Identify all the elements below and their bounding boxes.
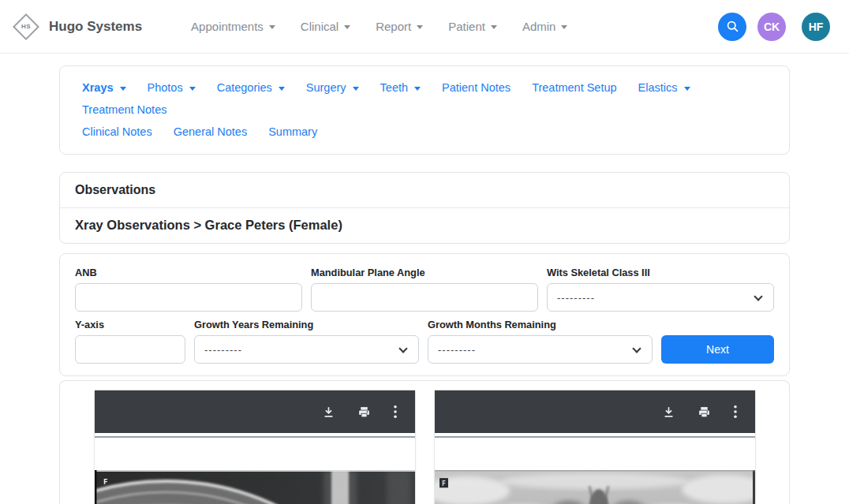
more-options-button[interactable] [727, 400, 744, 424]
menu-patient[interactable]: Patient [439, 13, 507, 39]
xray-observations-form: ANB Mandibular Plane Angle Wits Skeletal… [59, 253, 790, 376]
tab-elastics[interactable]: Elastics [638, 77, 690, 99]
tab-patient-notes[interactable]: Patient Notes [442, 77, 511, 99]
avatar-ck[interactable]: CK [757, 13, 786, 41]
xray-orientation-marker: F [103, 478, 107, 486]
hugo-systems-logo-icon: HS [11, 12, 41, 42]
print-icon [357, 405, 371, 419]
menu-clinical[interactable]: Clinical [291, 13, 360, 39]
anb-input[interactable] [75, 283, 302, 312]
lateral-ceph-xray-image[interactable]: F [95, 470, 415, 504]
download-button[interactable] [316, 401, 342, 424]
menu-appointments[interactable]: Appointments [181, 13, 285, 39]
chevron-down-icon [189, 87, 196, 91]
search-button[interactable] [718, 13, 746, 41]
main-menu: Appointments Clinical Report Patient Adm… [181, 13, 577, 39]
growth-months-remaining-label: Growth Months Remaining [428, 319, 653, 330]
chevron-down-icon [491, 25, 497, 29]
growth-years-remaining-label: Growth Years Remaining [194, 319, 419, 330]
y-axis-input[interactable] [75, 335, 185, 364]
tab-treatment-notes[interactable]: Treatment Notes [82, 99, 166, 121]
chevron-down-icon [417, 25, 423, 29]
mandibular-plane-angle-label: Mandibular Plane Angle [311, 267, 538, 278]
tabs-row-1: Xrays Photos Categories Surgery Teeth Pa… [82, 77, 772, 121]
tab-surgery[interactable]: Surgery [306, 77, 359, 99]
viewer-page-margin [435, 438, 755, 470]
top-navbar: HS Hugo Systems Appointments Clinical Re… [0, 0, 849, 54]
tab-general-notes[interactable]: General Notes [174, 121, 248, 143]
print-button[interactable] [351, 401, 377, 424]
more-vertical-icon [393, 405, 398, 419]
chevron-down-icon [632, 344, 641, 353]
chevron-down-icon [344, 25, 350, 29]
xray-viewer-left: F [95, 390, 415, 504]
avatar-hf[interactable]: HF [802, 13, 830, 41]
tab-summary[interactable]: Summary [268, 121, 317, 143]
xray-viewer-right: F [435, 390, 755, 504]
tabs-row-2: Clinical Notes General Notes Summary [82, 121, 772, 143]
chevron-down-icon [561, 25, 567, 29]
tab-photos[interactable]: Photos [148, 77, 196, 99]
chevron-down-icon [353, 87, 359, 91]
panoramic-xray-image[interactable]: F [435, 470, 755, 504]
next-button[interactable]: Next [661, 335, 774, 364]
tab-teeth[interactable]: Teeth [380, 77, 421, 99]
growth-years-remaining-select[interactable]: --------- [194, 335, 419, 364]
tab-treatment-setup[interactable]: Treatment Setup [532, 77, 616, 99]
brand-logo[interactable]: HS Hugo Systems [11, 12, 142, 42]
navbar-right: CK HF [718, 13, 830, 41]
wits-skeletal-class-select[interactable]: --------- [547, 283, 774, 312]
chevron-down-icon [269, 25, 275, 29]
print-icon [698, 405, 711, 419]
chevron-down-icon [684, 87, 690, 91]
xray-orientation-marker: F [442, 480, 446, 487]
viewer-toolbar [95, 390, 415, 433]
observations-breadcrumb: Xray Observations > Grace Peters (Female… [60, 208, 789, 243]
viewer-page-margin [95, 438, 415, 470]
anb-label: ANB [75, 267, 302, 278]
logo-monogram: HS [11, 12, 41, 42]
download-icon [322, 405, 335, 419]
xray-viewers-card: F [59, 380, 790, 504]
search-icon [726, 20, 739, 33]
wits-skeletal-class-label: Wits Skeletal Class III [547, 267, 774, 278]
menu-report[interactable]: Report [366, 13, 432, 39]
tab-clinical-notes[interactable]: Clinical Notes [82, 121, 152, 143]
chevron-down-icon [754, 292, 762, 301]
growth-months-remaining-select[interactable]: --------- [428, 335, 653, 364]
chevron-down-icon [414, 87, 421, 91]
menu-admin[interactable]: Admin [513, 13, 578, 39]
brand-name: Hugo Systems [49, 19, 142, 35]
section-tabs-card: Xrays Photos Categories Surgery Teeth Pa… [59, 65, 790, 155]
chevron-down-icon [120, 87, 126, 91]
observations-title: Observations [60, 173, 789, 208]
mandibular-plane-angle-input[interactable] [311, 283, 538, 312]
download-button[interactable] [656, 401, 682, 424]
tab-categories[interactable]: Categories [217, 77, 285, 99]
chevron-down-icon [279, 87, 285, 91]
chevron-down-icon [398, 344, 407, 353]
more-options-button[interactable] [387, 400, 404, 424]
viewer-toolbar [435, 390, 755, 433]
y-axis-label: Y-axis [75, 319, 185, 330]
more-vertical-icon [733, 405, 738, 419]
print-button[interactable] [691, 401, 717, 424]
observations-card: Observations Xray Observations > Grace P… [59, 172, 790, 244]
tab-xrays[interactable]: Xrays [82, 77, 126, 99]
download-icon [662, 405, 675, 419]
